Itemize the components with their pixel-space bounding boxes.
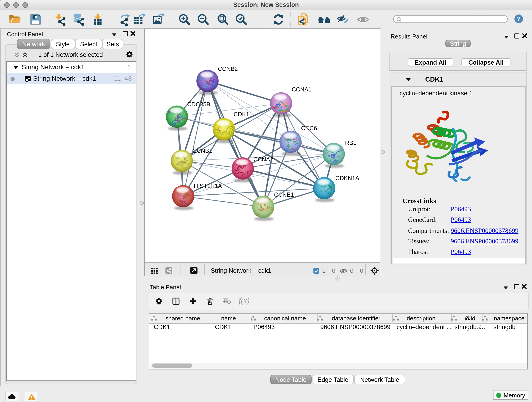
svg-text:RB1: RB1	[345, 140, 356, 146]
svg-text:CCNB2: CCNB2	[218, 65, 238, 72]
svg-text:CCNA2: CCNA2	[253, 156, 273, 162]
svg-text:?: ?	[517, 15, 521, 22]
svg-text:CDC25B: CDC25B	[187, 101, 210, 108]
svg-text:CCNA1: CCNA1	[292, 86, 312, 93]
svg-text:CCNB1: CCNB1	[192, 148, 212, 154]
svg-text:CDK1: CDK1	[234, 111, 249, 117]
svg-text:HIST1H1A: HIST1H1A	[194, 183, 222, 189]
svg-text:CDKN1A: CDKN1A	[336, 175, 360, 181]
svg-text:CCNE1: CCNE1	[274, 191, 294, 198]
svg-text:CDC6: CDC6	[301, 125, 317, 131]
